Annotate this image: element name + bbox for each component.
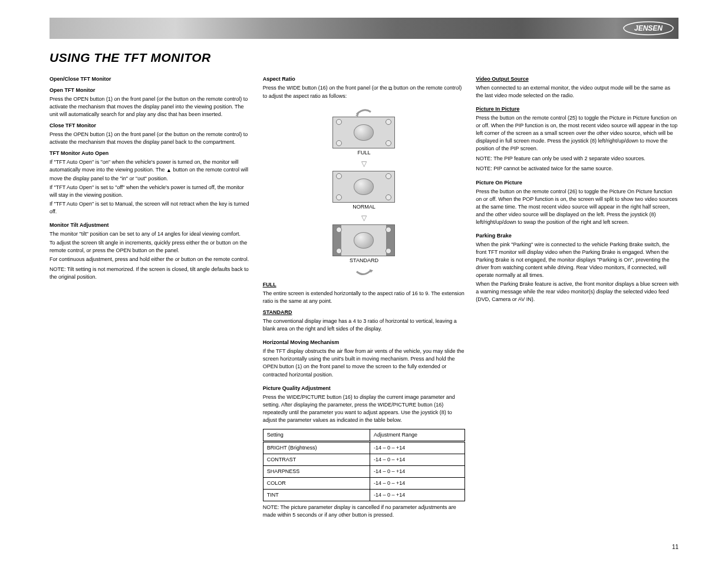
paragraph-video-out: When connected to an external monitor, t… (476, 84, 678, 100)
screw-icon (386, 173, 391, 179)
lens-icon (354, 178, 374, 195)
paragraph-brake-1: When the pink "Parking" wire is connecte… (476, 241, 678, 279)
table-header-setting: Setting (263, 429, 370, 441)
aspect-full-box (332, 117, 395, 148)
paragraph-pq: Press the WIDE/PICTURE button (16) to di… (263, 394, 466, 424)
down-arrow-icon: ▽ (331, 159, 397, 169)
curl-arrow-icon (352, 267, 375, 277)
curl-arrow-icon (352, 106, 375, 117)
table-header-row: Setting Adjustment Range (263, 429, 465, 441)
page-title: USING THE TFT MONITOR (50, 51, 678, 65)
screw-icon (336, 173, 342, 179)
logo-text: JENSEN (634, 24, 663, 32)
column-1: Open/Close TFT Monitor Open TFT Monitor … (50, 70, 252, 520)
subheading-close: Close TFT Monitor (50, 122, 252, 130)
paragraph-hmove: If the TFT display obstructs the air flo… (263, 348, 466, 378)
header-banner: JENSEN (50, 18, 678, 39)
paragraph-auto-open-1: If "TFT Auto Open" is "on" when the vehi… (50, 158, 252, 182)
screw-icon (386, 140, 391, 146)
paragraph-tilt-3: For continuous adjustment, press and hol… (50, 256, 252, 263)
aspect-full-label: FULL (331, 149, 397, 157)
paragraph-full: The entire screen is extended horizontal… (263, 290, 466, 305)
screw-icon (336, 119, 342, 125)
aspect-standard-label: STANDARD (331, 257, 397, 265)
page-number: 11 (672, 544, 678, 550)
eject-icon: ▲ (166, 167, 172, 174)
tilt-note: NOTE: Tilt setting is not memorized. If … (50, 266, 252, 281)
paragraph-tilt-2: To adjust the screen tilt angle in incre… (50, 239, 252, 254)
pip-icon: ⧉ (388, 85, 392, 92)
heading-picture-quality: Picture Quality Adjustment (263, 385, 466, 392)
aspect-standard-box (332, 224, 395, 256)
subheading-full: FULL (263, 281, 466, 289)
paragraph-standard: The conventional display image has a 4 t… (263, 318, 466, 333)
aspect-normal-label: NORMAL (331, 203, 397, 211)
paragraph-pip: Press the button on the remote control (… (476, 114, 678, 153)
note-label: NOTE: (263, 504, 281, 510)
heading-open-close: Open/Close TFT Monitor (50, 75, 252, 83)
pq-note: NOTE: The picture parameter display is c… (263, 504, 466, 519)
heading-hmove: Horizontal Moving Mechanism (263, 339, 466, 346)
heading-video-out: Video Output Source (476, 75, 678, 83)
subheading-open: Open TFT Monitor (50, 87, 252, 94)
subheading-standard: STANDARD (263, 309, 466, 316)
paragraph-open: Press the OPEN button (1) on the front p… (50, 95, 252, 118)
subheading-auto-open: TFT Monitor Auto Open (50, 150, 252, 157)
column-3: Video Output Source When connected to an… (476, 70, 678, 520)
heading-tilt: Monitor Tilt Adjustment (50, 222, 252, 229)
screw-icon (336, 140, 342, 146)
pip-note-2: NOTE: PIP cannot be activated twice for … (476, 165, 678, 173)
note-label: NOTE: (50, 266, 67, 272)
paragraph-pop: Press the button on the remote control (… (476, 188, 678, 226)
picture-quality-table: Setting Adjustment Range BRIGHT (Brightn… (263, 429, 466, 501)
heading-parking-brake: Parking Brake (476, 232, 678, 240)
lens-icon (354, 232, 374, 249)
aspect-ratio-figure: FULL ▽ NORMAL ▽ STANDARD (331, 106, 397, 277)
table-row: CONTRAST-14 – 0 – +14 (263, 454, 465, 465)
table-row: SHARPNESS-14 – 0 – +14 (263, 465, 465, 477)
down-arrow-icon: ▽ (331, 213, 397, 223)
paragraph-brake-2: When the Parking Brake feature is active… (476, 280, 678, 303)
paragraph-auto-open-2: If "TFT Auto Open" is set to "off" when … (50, 184, 252, 199)
paragraph-close: Press the OPEN button (1) on the front p… (50, 131, 252, 146)
heading-aspect: Aspect Ratio (263, 75, 466, 83)
table-row: BRIGHT (Brightness)-14 – 0 – +14 (263, 441, 465, 454)
screw-icon (386, 194, 391, 200)
screw-icon (336, 194, 342, 200)
content-columns: Open/Close TFT Monitor Open TFT Monitor … (50, 70, 678, 520)
table-row: TINT-14 – 0 – +14 (263, 490, 465, 501)
column-2: Aspect Ratio Press the WIDE button (16) … (263, 70, 466, 520)
pip-note-1: NOTE: The PIP feature can only be used w… (476, 155, 678, 163)
screw-icon (386, 119, 391, 125)
paragraph-aspect: Press the WIDE button (16) on the front … (263, 84, 466, 100)
heading-pip: Picture In Picture (476, 105, 678, 113)
note-label: NOTE: (476, 156, 493, 161)
lens-icon (354, 124, 374, 141)
table-header-range: Adjustment Range (370, 429, 465, 441)
paragraph-auto-open-3: If "TFT Auto Open" is set to Manual, the… (50, 200, 252, 216)
heading-pop: Picture On Picture (476, 179, 678, 187)
paragraph-tilt-1: The monitor "tilt" position can be set t… (50, 230, 252, 238)
aspect-normal-box (332, 171, 395, 203)
note-label: NOTE: (476, 166, 493, 171)
table-row: COLOR-14 – 0 – +14 (263, 478, 465, 490)
jensen-logo: JENSEN (623, 21, 674, 35)
